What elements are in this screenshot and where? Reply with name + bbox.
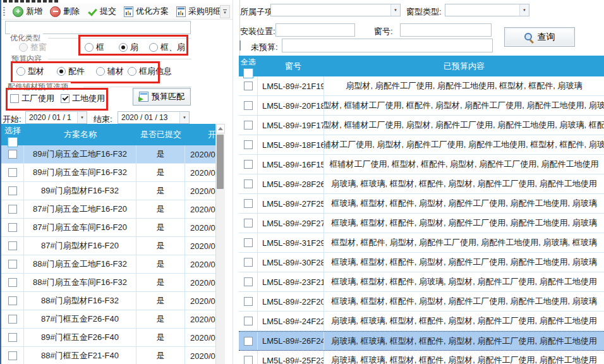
row-checkbox[interactable] — [244, 238, 253, 247]
plan-table-row[interactable]: 88#门扇型材F16-F32是2020/0 — [1, 292, 225, 310]
window-table-row[interactable]: LM5L-89#-25F23扇玻璃, 框玻璃, 框型材, 框配件, 扇型材, 扇… — [239, 351, 604, 364]
radio-option[interactable]: 框、扇 — [149, 42, 185, 53]
budgeted-content-cell: 扇玻璃, 框玻璃, 框型材, 框配件, 扇型材, 扇配件工厂使用, 扇配件工地使… — [324, 174, 604, 193]
plan-table-row[interactable]: 89#门框五金F26-F40是2020/0 — [1, 329, 225, 347]
row-checkbox[interactable] — [244, 160, 253, 169]
plan-table-row[interactable]: 87#门扇五金工地F16-F20是2020/0 — [1, 200, 225, 219]
select-all-checkbox[interactable] — [8, 138, 17, 147]
scroll-up-button[interactable] — [216, 124, 225, 133]
window-table-row[interactable]: LM5L-89#-22F20框玻璃, 框型材, 框配件, 扇型材, 扇配件工厂使… — [239, 292, 604, 312]
row-checkbox[interactable] — [244, 140, 253, 149]
end-date-picker[interactable]: 2020 / 01 / 13 ▼ — [118, 111, 190, 124]
budgeted-content-cell: 扇玻璃, 框玻璃, 框型材, 框配件, 扇型材, 扇配件工厂使用, 扇配件工地使… — [324, 312, 604, 331]
window-table-row[interactable]: LM5L-89#-23F21框玻璃, 框型材, 框配件, 扇玻璃, 扇型材, 扇… — [239, 272, 604, 292]
start-date-picker[interactable]: 2020 / 01 / 1 ▼ — [25, 111, 87, 124]
plan-submitted-cell: 是 — [136, 292, 185, 310]
toolbar-grip-icon[interactable] — [3, 7, 5, 16]
radio-option[interactable]: 辅材 — [96, 66, 124, 77]
row-checkbox[interactable] — [244, 258, 253, 267]
toolbar-button[interactable]: 提交 — [83, 4, 120, 18]
row-checkbox[interactable] — [244, 82, 253, 90]
plan-table-row[interactable]: 88#门框五金F21-F40是2020/0 — [1, 347, 225, 364]
window-table-row[interactable]: LM5L-89#-27F25框玻璃, 框型材, 框配件, 扇型材, 扇配件工厂使… — [239, 194, 604, 214]
chevron-down-icon[interactable]: ▼ — [77, 112, 87, 123]
chevron-down-icon[interactable]: ▼ — [519, 4, 529, 16]
row-checkbox[interactable] — [8, 205, 17, 214]
toolbar-button[interactable]: 删除 — [46, 4, 83, 18]
plan-table-scrollbar[interactable] — [215, 124, 225, 364]
toolbar-button[interactable]: 优化方案 — [120, 4, 172, 18]
window-table-row[interactable]: LM5L-89#-29F27框玻璃, 框型材, 框配件, 扇型材, 扇配件工厂使… — [239, 214, 604, 233]
checkbox-option[interactable]: 工厂使用 — [10, 93, 54, 104]
toolbar-buttons: 新增删除提交优化方案采购明细▼ — [9, 4, 233, 18]
row-checkbox[interactable] — [8, 150, 17, 159]
row-checkbox[interactable] — [8, 223, 17, 232]
plan-filter-input[interactable] — [5, 21, 191, 34]
row-checkbox[interactable] — [244, 179, 253, 188]
chevron-down-icon[interactable]: ▼ — [390, 4, 400, 16]
checkbox-option[interactable]: 工地使用 — [61, 93, 105, 104]
chevron-down-icon[interactable]: ▼ — [179, 112, 189, 123]
window-table-row[interactable]: LM5L-89#-31F29框型材, 框配件, 扇型材, 扇配件工厂使用, 扇配… — [239, 233, 604, 253]
radio-option[interactable]: 框扇信息 — [128, 66, 172, 77]
row-checkbox[interactable] — [244, 356, 253, 364]
radio-icon — [16, 67, 25, 76]
plan-table-row[interactable]: 89#门扇五金车间F16-F32是2020/0 — [1, 164, 225, 182]
window-table-row[interactable]: LM5L-89#-30F28框玻璃, 框型材, 框配件, 扇型材, 扇配件工厂使… — [239, 253, 604, 272]
select-all-checkbox[interactable] — [244, 69, 253, 78]
radio-option[interactable]: 扇 — [119, 42, 138, 53]
window-table-row[interactable]: LM5L-89#-24F22扇玻璃, 框玻璃, 框型材, 框配件, 扇型材, 扇… — [239, 312, 604, 331]
window-table-row[interactable]: LM5L-89#-21F19扇型材, 扇配件工厂使用, 扇配件工地使用, 框型材… — [239, 76, 604, 96]
row-checkbox[interactable] — [244, 297, 253, 306]
toolbar-overflow-button[interactable]: ▼ — [220, 5, 230, 18]
row-checkbox[interactable] — [244, 317, 253, 325]
install-position-input[interactable] — [275, 23, 355, 37]
radio-icon — [85, 43, 94, 52]
plan-table-row[interactable]: 87#门扇型材F16-F20是2020/0 — [1, 237, 225, 255]
row-checkbox[interactable] — [244, 121, 253, 130]
window-table-row[interactable]: LM5L-89#-28F26扇玻璃, 框玻璃, 框型材, 框配件, 扇型材, 扇… — [239, 174, 604, 194]
plan-table-row[interactable]: 88#门扇五金工地F16-F32是2020/0 — [1, 255, 225, 274]
row-checkbox[interactable] — [8, 296, 17, 305]
window-table-row[interactable]: LM5L-89#-20F18框型材, 框辅材工厂使用, 框配件, 扇型材, 扇配… — [239, 96, 604, 116]
row-checkbox[interactable] — [8, 351, 17, 360]
scrollbar-thumb[interactable] — [217, 135, 224, 189]
plan-table-row[interactable]: 88#门扇五金车间F16-F32是2020/0 — [1, 274, 225, 292]
row-checkbox[interactable] — [8, 241, 17, 250]
no-budget-checkbox[interactable] — [239, 40, 241, 51]
window-type-select[interactable]: ▼ — [445, 4, 529, 16]
window-no-input[interactable] — [400, 23, 492, 37]
row-checkbox[interactable] — [244, 277, 253, 286]
plan-table-row[interactable]: 89#门扇五金工地F16-F32是2020/0 — [1, 145, 225, 164]
plan-table-row[interactable]: 87#门框五金F26-F40是2020/0 — [1, 310, 225, 329]
radio-option[interactable]: 配件 — [57, 66, 85, 77]
budget-match-button[interactable]: 预算匹配 — [133, 88, 191, 106]
row-checkbox[interactable] — [244, 101, 253, 110]
row-checkbox[interactable] — [244, 219, 253, 228]
radio-option[interactable]: 框 — [85, 42, 104, 53]
plan-table-row[interactable]: 87#门扇五金车间F16-F20是2020/0 — [1, 219, 225, 237]
row-checkbox[interactable] — [8, 186, 17, 195]
window-table-row[interactable]: LM5L-89#-16F15框辅材工厂使用, 框型材, 框配件, 扇型材, 扇配… — [239, 155, 604, 174]
row-checkbox[interactable] — [8, 260, 17, 269]
budget-content-label: 预算内容 — [11, 54, 44, 64]
plan-table-row[interactable]: 89#门扇型材F16-F32是2020/0 — [1, 182, 225, 200]
plan-submitted-cell: 是 — [136, 182, 185, 200]
match-table-icon — [139, 92, 148, 102]
query-button[interactable]: 查询 — [504, 27, 575, 47]
window-table-row[interactable]: LM5L-89#-26F24扇玻璃, 框玻璃, 框型材, 框配件, 扇型材, 扇… — [239, 331, 604, 351]
row-checkbox[interactable] — [8, 333, 17, 342]
row-checkbox[interactable] — [8, 315, 17, 324]
radio-option: 整窗 — [19, 42, 47, 53]
row-checkbox[interactable] — [8, 278, 17, 287]
toolbar: 新增删除提交优化方案采购明细▼ ▼ — [1, 4, 233, 20]
window-table-row[interactable]: LM5L-89#-18F16框辅材工厂使用, 扇型材, 扇配件工厂使用, 扇配件… — [239, 135, 604, 155]
sub-item-select[interactable]: ▼ — [270, 4, 401, 16]
row-checkbox[interactable] — [8, 168, 17, 177]
no-budget-input[interactable] — [282, 39, 493, 52]
radio-option[interactable]: 型材 — [16, 66, 44, 77]
toolbar-button[interactable]: 新增 — [9, 4, 46, 18]
row-checkbox[interactable] — [244, 199, 253, 208]
window-table-row[interactable]: LM5L-89#-19F17框型材, 框辅材工厂使用, 扇型材, 扇配件工厂使用… — [239, 116, 604, 135]
row-checkbox[interactable] — [244, 337, 253, 346]
